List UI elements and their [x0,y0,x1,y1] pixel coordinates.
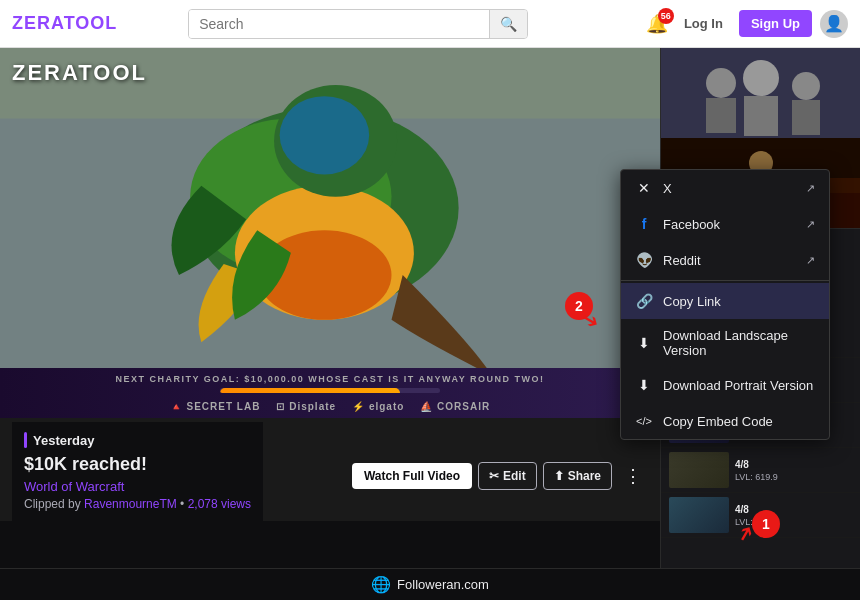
facebook-label: Facebook [663,217,720,232]
search-button[interactable]: 🔍 [489,10,527,38]
date-text: Yesterday [33,433,94,448]
svg-rect-11 [706,98,736,133]
sponsor-corsair: ⛵ CORSAIR [420,401,490,412]
sidebar-clip-thumb-3 [669,452,729,488]
globe-icon: 🌐 [371,575,391,594]
scissors-icon: ✂ [489,469,499,483]
sponsors: 🔺 SECRET LAB ⊡ Displate ⚡ elgato ⛵ CORSA… [170,401,491,412]
external-link-icon-x: ↗ [806,182,815,195]
sidebar-clip-thumb-4 [669,497,729,533]
info-row: Yesterday $10K reached! World of Warcraf… [0,418,660,521]
download-landscape-item[interactable]: ⬇ Download Landscape Version [621,319,829,367]
sidebar-clip-meta-3: LVL: 619.9 [735,472,852,482]
channel-label: ZERATOOL [12,60,147,86]
action-buttons: Watch Full Video ✂ Edit ⬆ Share ⋮ [352,453,648,491]
copy-embed-item[interactable]: </> Copy Embed Code [621,403,829,439]
nav-logo: ZERATOOL [12,13,117,34]
watch-full-video-button[interactable]: Watch Full Video [352,463,472,489]
reddit-icon: 👽 [635,251,653,269]
bottom-bar: 🌐 Followeran.com [0,568,860,600]
sidebar-thumb-svg-1 [661,48,860,138]
share-icon: ⬆ [554,469,564,483]
login-button[interactable]: Log In [676,12,731,35]
search-input[interactable] [189,10,489,38]
x-label: X [663,181,672,196]
views-count: 2,078 views [188,497,251,511]
sponsor-displate: ⊡ Displate [276,401,336,412]
notifications-icon[interactable]: 🔔 56 [646,13,668,35]
parrot-svg [0,48,660,368]
share-dropdown: ✕ X ↗ f Facebook ↗ 👽 Reddit ↗ 🔗 Copy Lin… [620,169,830,440]
raised-bar: RAISED [220,388,400,393]
sponsor-secretlab: 🔺 SECRET LAB [170,401,261,412]
search-bar: 🔍 [188,9,528,39]
video-title: $10K reached! [24,454,251,475]
download-landscape-icon: ⬇ [635,334,653,352]
date-badge: Yesterday [24,432,251,448]
share-x-item[interactable]: ✕ X ↗ [621,170,829,206]
copy-link-label: Copy Link [663,294,721,309]
svg-point-10 [706,68,736,98]
share-reddit-item[interactable]: 👽 Reddit ↗ [621,242,829,278]
svg-rect-15 [792,100,820,135]
copy-link-icon: 🔗 [635,292,653,310]
raised-label: RAISED [292,391,328,394]
download-portrait-item[interactable]: ⬇ Download Portrait Version [621,367,829,403]
download-landscape-label: Download Landscape Version [663,328,815,358]
signup-button[interactable]: Sign Up [739,10,812,37]
svg-point-12 [743,60,779,96]
sidebar-clip-title-4: 4/8 [735,504,852,515]
x-social-icon: ✕ [635,179,653,197]
sidebar-clip-info-3: 4/8 LVL: 619.9 [735,459,852,482]
center-content: ZERATOOL [0,48,660,600]
share-facebook-item[interactable]: f Facebook ↗ [621,206,829,242]
bottom-bar-label: Followeran.com [397,577,489,592]
sidebar-clip-title-3: 4/8 [735,459,852,470]
download-portrait-icon: ⬇ [635,376,653,394]
facebook-icon: f [635,215,653,233]
embed-code-icon: </> [635,412,653,430]
svg-point-14 [792,72,820,100]
video-meta: Clipped by RavenmourneTM • 2,078 views [24,497,251,511]
svg-point-7 [280,96,369,174]
video-container: ZERATOOL [0,48,660,521]
sidebar-thumb-1[interactable] [661,48,860,138]
date-bar-indicator [24,432,27,448]
charity-goal-text: NEXT CHARITY GOAL: $10,000.00 WHOSE CAST… [115,374,544,384]
notification-badge: 56 [658,8,674,24]
sponsor-elgato: ⚡ elgato [352,401,404,412]
external-link-icon-reddit: ↗ [806,254,815,267]
more-options-button[interactable]: ⋮ [618,461,648,491]
sidebar-clip-row-3[interactable]: 4/8 LVL: 619.9 [661,448,860,493]
top-nav: ZERATOOL 🔍 🔔 56 Log In Sign Up 👤 [0,0,860,48]
video-thumbnail[interactable]: ZERATOOL [0,48,660,368]
dropdown-divider [621,280,829,281]
copy-link-item[interactable]: 🔗 Copy Link [621,283,829,319]
clipper-link[interactable]: RavenmourneTM [84,497,177,511]
download-portrait-label: Download Portrait Version [663,378,813,393]
charity-bar: NEXT CHARITY GOAL: $10,000.00 WHOSE CAST… [0,368,660,418]
share-button[interactable]: ⬆ Share [543,462,612,490]
video-game-link[interactable]: World of Warcraft [24,479,251,494]
reddit-label: Reddit [663,253,701,268]
edit-button[interactable]: ✂ Edit [478,462,537,490]
video-info: Yesterday $10K reached! World of Warcraf… [12,422,263,521]
avatar[interactable]: 👤 [820,10,848,38]
svg-rect-13 [744,96,778,136]
copy-embed-label: Copy Embed Code [663,414,773,429]
nav-right: 🔔 56 Log In Sign Up 👤 [646,10,848,38]
external-link-icon-fb: ↗ [806,218,815,231]
